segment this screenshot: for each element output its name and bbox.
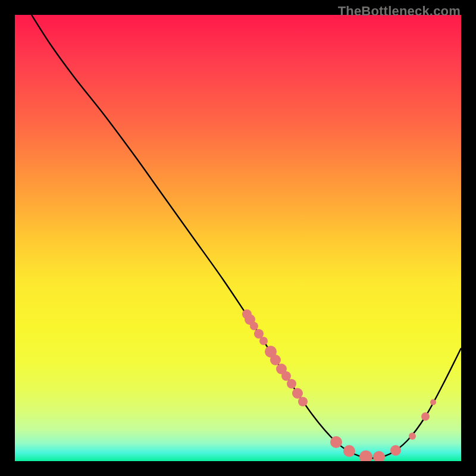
data-point [298, 397, 308, 406]
chart-container: TheBottleneck.com [0, 0, 476, 476]
data-point [390, 445, 401, 456]
watermark-text: TheBottleneck.com [338, 4, 461, 19]
chart-svg [15, 15, 461, 461]
data-point [430, 399, 436, 405]
data-point [287, 379, 296, 389]
data-point [409, 433, 416, 440]
data-point [343, 445, 355, 457]
plot-area [15, 15, 461, 461]
data-point [270, 355, 281, 365]
data-point [359, 450, 372, 461]
data-point [330, 436, 342, 448]
data-point [292, 388, 303, 399]
bottleneck-curve [32, 15, 461, 458]
data-point [373, 451, 385, 461]
data-point [281, 371, 291, 381]
scatter-points [242, 309, 436, 461]
data-point [421, 412, 430, 421]
data-point [250, 322, 258, 330]
data-point [259, 337, 268, 345]
